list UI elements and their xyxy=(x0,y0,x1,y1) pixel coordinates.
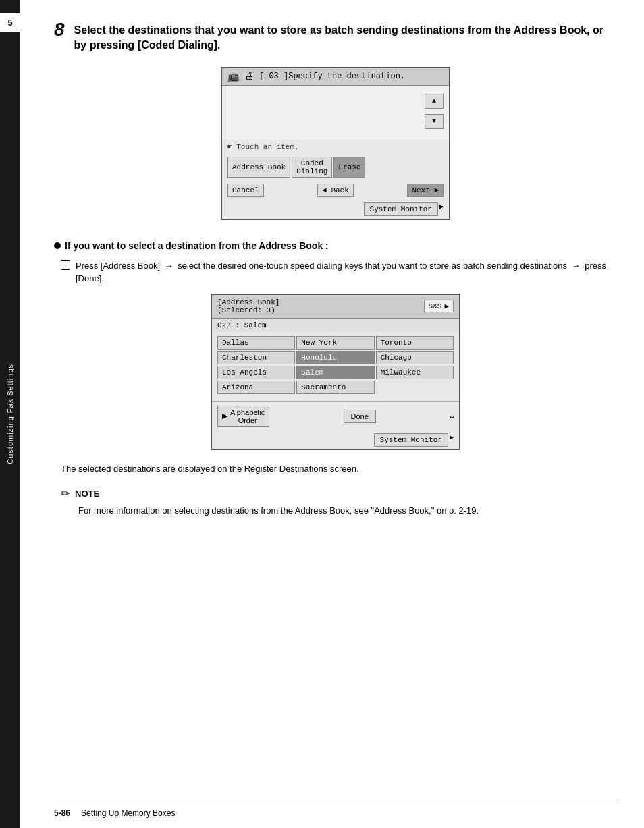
addr-item-toronto[interactable]: Toronto xyxy=(376,336,454,350)
coded-dialing-label: CodedDialing xyxy=(296,159,327,175)
addr-item-chicago[interactable]: Chicago xyxy=(376,351,454,364)
addr-item-milwaukee[interactable]: Milwaukee xyxy=(376,366,454,379)
addr-item-arizona[interactable]: Arizona xyxy=(217,381,295,394)
main-content: 8 Select the destinations that you want … xyxy=(20,0,644,828)
erase-button[interactable]: Erase xyxy=(333,157,365,178)
addr-item-charleston[interactable]: Charleston xyxy=(217,351,295,364)
addr-system-monitor-arrow: ▶ xyxy=(450,433,454,447)
addr-item-honolulu[interactable]: Honolulu xyxy=(296,351,374,364)
scroll-up-button[interactable]: ▲ xyxy=(425,94,444,109)
addr-items-grid: Dallas New York Toronto Charleston Honol… xyxy=(212,332,459,398)
addr-current-item: 023 : Salem xyxy=(212,319,459,332)
step-number: 8 xyxy=(54,20,65,39)
screen-buttons-row: Address Book CodedDialing Erase xyxy=(222,154,449,181)
addr-item-losangels[interactable]: Los Angels xyxy=(217,366,295,379)
addr-system-monitor-button[interactable]: System Monitor xyxy=(374,433,448,447)
fax-icon: 📠 xyxy=(227,71,239,82)
system-monitor-arrow: ▶ xyxy=(439,202,444,216)
alphabetic-order-button[interactable]: ▶ AlphabeticOrder xyxy=(217,406,269,427)
instruction-item: Press [Address Book] → select the desire… xyxy=(54,259,617,285)
chapter-sidebar: Customizing Fax Settings 5 xyxy=(0,0,20,828)
alpha-arrow: ▶ xyxy=(222,412,227,420)
addr-item-salem[interactable]: Salem xyxy=(296,366,374,379)
note-section: ✏ NOTE For more information on selecting… xyxy=(61,487,617,518)
step-title: Select the destinations that you want to… xyxy=(74,20,617,53)
addr-bottom-row: ▶ AlphabeticOrder Done ↵ xyxy=(212,401,459,431)
bullet-heading: If you want to select a destination from… xyxy=(54,240,617,251)
arrow-2: → xyxy=(572,260,581,271)
screen-body: ▲ ▼ xyxy=(222,86,449,140)
description-text: The selected destinations are displayed … xyxy=(61,464,617,474)
instruction-text: Press [Address Book] → select the desire… xyxy=(76,259,617,285)
arrow-1: → xyxy=(165,260,173,271)
addr-title: [Address Book] (Selected: 3) xyxy=(217,298,279,314)
step-header: 8 Select the destinations that you want … xyxy=(54,20,617,53)
address-book-section: If you want to select a destination from… xyxy=(54,240,617,450)
back-button[interactable]: ◄ Back xyxy=(317,184,354,197)
screen-title: [ 03 ]Specify the destination. xyxy=(259,72,405,81)
addr-search[interactable]: S&S ▶ xyxy=(424,300,454,312)
touch-hint: ☛ Touch an item. xyxy=(222,140,449,154)
cancel-button[interactable]: Cancel xyxy=(227,184,264,197)
first-device-screen: 📠 🖨 [ 03 ]Specify the destination. ▲ ▼ ☛… xyxy=(221,67,450,220)
addr-system-row: System Monitor ▶ xyxy=(212,431,459,449)
scroll-down-button[interactable]: ▼ xyxy=(425,114,444,129)
bullet-dot xyxy=(54,242,61,249)
done-button[interactable]: Done xyxy=(344,410,376,423)
chapter-number: 5 xyxy=(0,13,20,32)
addr-item-sacramento[interactable]: Sacramento xyxy=(296,381,374,394)
note-icon: ✏ xyxy=(61,487,70,500)
chapter-title: Customizing Fax Settings xyxy=(6,364,14,464)
screen-bottom-row: Cancel ◄ Back Next ► xyxy=(222,181,449,200)
system-monitor-row: System Monitor ▶ xyxy=(222,200,449,219)
system-monitor-button[interactable]: System Monitor xyxy=(364,202,438,216)
page-footer: 5-86 Setting Up Memory Boxes xyxy=(54,804,617,818)
search-label: S&S xyxy=(429,302,442,310)
checkbox-icon xyxy=(61,260,70,270)
address-book-screen: [Address Book] (Selected: 3) S&S ▶ 023 :… xyxy=(211,294,460,450)
note-header: ✏ NOTE xyxy=(61,487,617,500)
search-arrow: ▶ xyxy=(444,302,449,310)
screen-header: 📠 🖨 [ 03 ]Specify the destination. xyxy=(222,68,449,86)
page-number: 5-86 xyxy=(54,808,70,818)
address-book-button[interactable]: Address Book xyxy=(227,157,290,178)
addr-item-dallas[interactable]: Dallas xyxy=(217,336,295,350)
doc-icon: 🖨 xyxy=(244,71,254,82)
address-book-heading: If you want to select a destination from… xyxy=(65,240,329,251)
addr-screen-header: [Address Book] (Selected: 3) S&S ▶ xyxy=(212,295,459,319)
next-button[interactable]: Next ► xyxy=(407,184,444,197)
addr-item-newyork[interactable]: New York xyxy=(296,336,374,350)
note-title: NOTE xyxy=(75,489,99,499)
coded-dialing-button[interactable]: CodedDialing xyxy=(292,157,332,178)
footer-text: Setting Up Memory Boxes xyxy=(81,808,175,818)
note-text: For more information on selecting destin… xyxy=(61,504,617,518)
addr-item-empty xyxy=(376,381,454,394)
alpha-label: AlphabeticOrder xyxy=(230,408,265,424)
done-arrow: ↵ xyxy=(450,412,454,420)
